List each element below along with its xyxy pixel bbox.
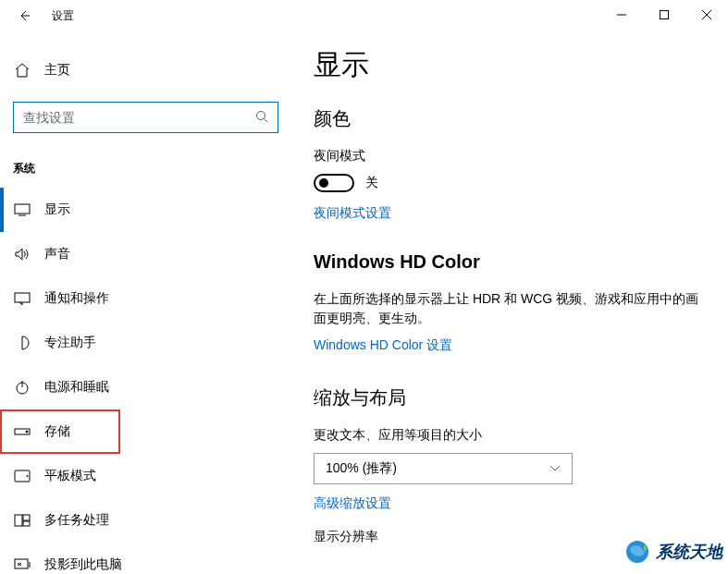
svg-point-6 [26,431,28,433]
svg-point-8 [27,475,28,476]
focus-icon [13,334,31,352]
sound-icon [13,245,31,263]
toggle-knob [319,178,328,188]
close-icon [702,10,711,19]
hdcolor-desc: 在上面所选择的显示器上让 HDR 和 WCG 视频、游戏和应用中的画面更明亮、更… [314,289,706,328]
project-icon [13,556,31,574]
sidebar-item-label: 通知和操作 [44,290,109,307]
display-icon [13,201,31,219]
close-button[interactable] [685,0,728,30]
section-scale-title: 缩放与布局 [314,385,706,410]
advanced-scale-link[interactable]: 高级缩放设置 [314,495,391,512]
sidebar-item-power[interactable]: 电源和睡眠 [0,365,291,409]
sidebar-item-tablet[interactable]: 平板模式 [0,454,291,498]
sidebar-item-label: 显示 [44,202,70,218]
resolution-label: 显示分辨率 [314,529,706,545]
minimize-icon [617,10,626,19]
search-icon [255,110,268,126]
hdcolor-title: Windows HD Color [314,251,706,273]
sidebar-item-multitask[interactable]: 多任务处理 [0,498,291,543]
scale-dropdown[interactable]: 100% (推荐) [314,453,573,484]
window-title: 设置 [52,8,74,24]
svg-rect-10 [23,515,30,520]
sidebar-item-label: 专注助手 [44,335,96,351]
svg-rect-2 [15,204,30,214]
toggle-state-text: 关 [365,175,378,191]
maximize-icon [660,10,669,19]
svg-rect-0 [660,11,669,19]
sidebar-item-notifications[interactable]: 通知和操作 [0,276,291,321]
chevron-down-icon [549,465,561,472]
svg-rect-9 [15,515,22,526]
night-mode-toggle[interactable] [314,174,354,192]
home-icon [13,61,31,79]
search-box[interactable] [13,102,278,133]
notifications-icon [13,289,31,308]
maximize-button[interactable] [643,0,685,30]
minimize-button[interactable] [600,0,643,30]
section-color-title: 颜色 [314,106,706,131]
text-size-label: 更改文本、应用等项目的大小 [314,427,706,444]
category-label: 系统 [0,133,291,188]
sidebar-item-label: 投影到此电脑 [44,556,122,573]
sidebar-item-label: 声音 [44,246,70,263]
page-title: 显示 [314,46,706,84]
night-mode-label: 夜间模式 [314,148,706,165]
content-pane: 显示 颜色 夜间模式 关 夜间模式设置 Windows HD Color 在上面… [291,31,728,574]
home-nav[interactable]: 主页 [0,52,291,89]
sidebar-item-label: 存储 [44,423,70,440]
svg-rect-11 [23,521,30,526]
svg-rect-3 [15,293,30,302]
sidebar-item-display[interactable]: 显示 [0,188,291,232]
back-button[interactable] [13,5,35,27]
sidebar-item-label: 多任务处理 [44,512,109,529]
sidebar-item-label: 电源和睡眠 [44,379,109,396]
back-arrow-icon [17,8,31,23]
sidebar-item-project[interactable]: 投影到此电脑 [0,543,291,574]
multitask-icon [13,511,31,530]
power-icon [13,378,31,397]
svg-point-1 [257,111,265,119]
hdcolor-settings-link[interactable]: Windows HD Color 设置 [314,337,452,354]
svg-rect-12 [15,559,28,568]
search-input[interactable] [23,110,255,125]
night-mode-settings-link[interactable]: 夜间模式设置 [314,205,391,222]
sidebar-item-focus[interactable]: 专注助手 [0,321,291,365]
sidebar-item-storage[interactable]: 存储 [0,409,120,454]
sidebar-item-label: 平板模式 [44,468,96,484]
dropdown-value: 100% (推荐) [326,460,397,477]
sidebar: 主页 系统 显示 声音 通知和操作 [0,31,291,574]
sidebar-item-sound[interactable]: 声音 [0,232,291,276]
storage-icon [13,422,31,441]
tablet-icon [13,467,31,485]
home-label: 主页 [44,62,70,79]
